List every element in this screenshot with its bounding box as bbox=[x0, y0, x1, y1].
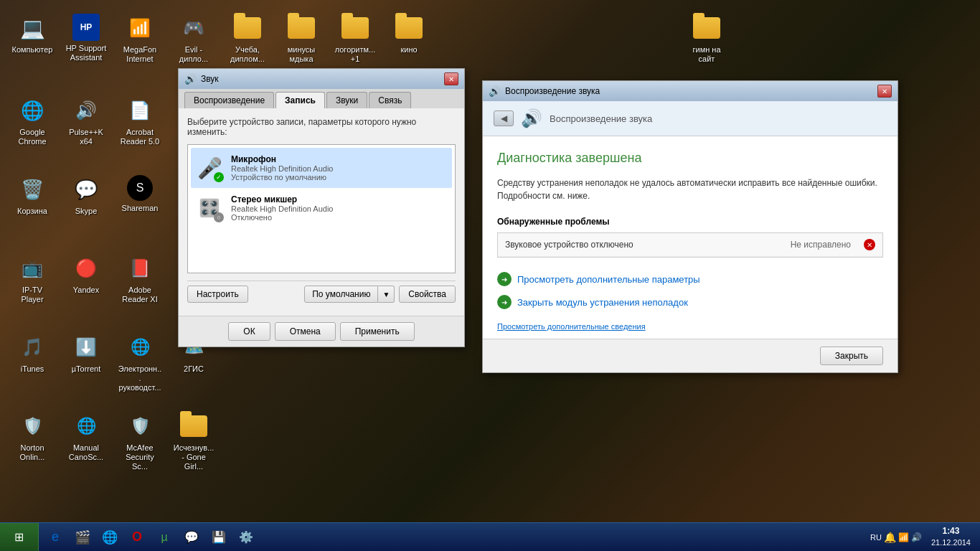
stereo-mixer-driver: Realtek High Definition Audio bbox=[231, 204, 448, 213]
sound-dialog-tabs: Воспроизведение Запись Звуки Связь bbox=[179, 89, 464, 108]
button-group-right: По умолчанию ▼ Свойства bbox=[304, 286, 456, 303]
tab-comm[interactable]: Связь bbox=[369, 92, 411, 108]
desktop-icon-gimn[interactable]: гимн на сайт bbox=[682, 11, 732, 67]
desktop-icon-shareman[interactable]: S Shareman bbox=[115, 172, 165, 216]
configure-button[interactable]: Настроить bbox=[187, 286, 248, 303]
desktop-icon-yandex[interactable]: 🔴 Yandex bbox=[61, 251, 111, 298]
troubleshooter-close-x[interactable]: ✕ bbox=[877, 85, 892, 98]
sound-dialog-close[interactable]: ✕ bbox=[444, 72, 458, 85]
default-button[interactable]: По умолчанию bbox=[304, 286, 378, 303]
desktop-icon-chrome[interactable]: 🌐 Google Chrome bbox=[7, 93, 57, 149]
view-additional-params-link[interactable]: ➜ Просмотреть дополнительные параметры bbox=[497, 272, 883, 286]
problem-name: Звуковое устройство отключено bbox=[505, 240, 783, 250]
taskbar-icon-skype[interactable]: 💬 bbox=[179, 524, 204, 550]
desktop-icon-manual[interactable]: 🌐 Manual CanoSc... bbox=[61, 409, 111, 465]
desktop-icon-electron[interactable]: 🌐 Электронн... руководст... bbox=[115, 330, 165, 396]
stereo-mixer-name: Стерео микшер bbox=[231, 194, 448, 204]
troubleshooter-titlebar[interactable]: 🔊 Воспроизведение звука ✕ bbox=[483, 81, 897, 101]
desktop-icon-ucheba[interactable]: Учеба, диплом... bbox=[222, 11, 273, 67]
additional-info-link[interactable]: Просмотреть дополнительные сведения bbox=[497, 322, 646, 331]
sound-dialog-device-buttons: Настроить По умолчанию ▼ Свойства bbox=[187, 281, 456, 307]
cancel-button[interactable]: Отмена bbox=[275, 322, 336, 341]
taskbar-icon-disk[interactable]: 💾 bbox=[206, 524, 232, 550]
desktop-icon-norton[interactable]: 🛡️ Norton Onlin... bbox=[7, 409, 57, 465]
tab-playback[interactable]: Воспроизведение bbox=[184, 92, 274, 108]
view-additional-params-label: Просмотреть дополнительные параметры bbox=[517, 274, 700, 285]
taskbar-icon-opera[interactable]: O bbox=[124, 524, 150, 550]
problems-table: Звуковое устройство отключено Не исправл… bbox=[497, 232, 883, 258]
action-arrow-2: ➜ bbox=[497, 295, 512, 309]
tray-language: RU bbox=[870, 533, 882, 542]
desktop-icon-logarifm[interactable]: логоритм...+1 bbox=[330, 11, 380, 67]
microphone-name: Микрофон bbox=[231, 154, 448, 164]
desktop: 💻 Компьютер HP HP Support Assistant 📶 Me… bbox=[0, 0, 980, 551]
device-microphone[interactable]: 🎤 ✓ Микрофон Realtek High Definition Aud… bbox=[191, 148, 452, 188]
troubleshooter-title-icon: 🔊 bbox=[489, 85, 501, 97]
clock-date: 21.12.2014 bbox=[931, 537, 971, 548]
desktop-icon-gone-girl[interactable]: Исчезнув... - Gone Girl... bbox=[169, 409, 219, 475]
desktop-icon-iptv[interactable]: 📺 IP-TV Player bbox=[7, 251, 57, 307]
back-button[interactable]: ◀ bbox=[494, 110, 514, 126]
troubleshooter-footer: Закрыть bbox=[483, 339, 897, 372]
tray-icons: RU 🔔 📶 🔊 bbox=[870, 532, 922, 543]
desktop-icon-kino[interactable]: кино bbox=[384, 11, 434, 57]
problem-error-icon: ✕ bbox=[864, 239, 875, 250]
taskbar-icon-utorrent[interactable]: µ bbox=[151, 524, 177, 550]
speaker-large-icon: 🔊 bbox=[521, 108, 542, 128]
default-check-badge: ✓ bbox=[214, 172, 224, 182]
windows-logo-icon: ⊞ bbox=[14, 530, 24, 544]
troubleshooter-body: ◀ 🔊 Воспроизведение звука Диагностика за… bbox=[483, 101, 897, 339]
desktop-icon-itunes[interactable]: 🎵 iTunes bbox=[7, 330, 57, 377]
desktop-icon-megafon[interactable]: 📶 MegaFon Internet bbox=[115, 11, 165, 67]
stereo-mixer-status: Отключено bbox=[231, 213, 448, 222]
troubleshooter-content: Диагностика завершена Средству устранени… bbox=[483, 136, 897, 339]
close-troubleshooter-label: Закрыть модуль устранения неполадок bbox=[517, 297, 688, 308]
taskbar-icon-settings[interactable]: ⚙️ bbox=[233, 524, 259, 550]
taskbar-clock[interactable]: 1:43 21.12.2014 bbox=[925, 525, 976, 548]
desktop-icon-computer[interactable]: 💻 Компьютер bbox=[7, 11, 57, 57]
diag-title: Диагностика завершена bbox=[497, 151, 883, 166]
apply-button[interactable]: Применить bbox=[340, 322, 415, 341]
tab-recording[interactable]: Запись bbox=[275, 92, 325, 108]
clock-time: 1:43 bbox=[931, 525, 971, 537]
close-troubleshooter-link[interactable]: ➜ Закрыть модуль устранения неполадок bbox=[497, 295, 883, 309]
device-stereo-mixer[interactable]: 🎛️ ○ Стерео микшер Realtek High Definiti… bbox=[191, 188, 452, 228]
diag-description: Средству устранения неполадок не удалось… bbox=[497, 176, 883, 202]
desktop-icon-adobe-reader[interactable]: 📕 Adobe Reader XI bbox=[115, 251, 165, 307]
desktop-icon-pulse[interactable]: 🔊 Pulse++K x64 bbox=[61, 93, 111, 149]
device-list: 🎤 ✓ Микрофон Realtek High Definition Aud… bbox=[187, 144, 456, 273]
problem-status: Не исправлено bbox=[791, 240, 851, 250]
problem-row-1: Звуковое устройство отключено Не исправл… bbox=[498, 233, 882, 257]
action-arrow-1: ➜ bbox=[497, 272, 512, 286]
problems-label: Обнаруженные проблемы bbox=[497, 217, 883, 227]
taskbar-icon-ie[interactable]: e bbox=[42, 524, 68, 550]
stereo-mixer-icon: 🎛️ ○ bbox=[195, 194, 224, 222]
sound-dialog-titlebar[interactable]: 🔊 Звук ✕ bbox=[179, 69, 464, 89]
desktop-icon-acrobat[interactable]: 📄 Acrobat Reader 5.0 bbox=[115, 93, 165, 149]
troubleshooter-header: ◀ 🔊 Воспроизведение звука bbox=[483, 101, 897, 136]
desktop-icon-mcafee[interactable]: 🛡️ McAfee Security Sc... bbox=[115, 409, 165, 475]
troubleshooter-title: Воспроизведение звука bbox=[505, 86, 877, 96]
desktop-icon-skype[interactable]: 💬 Skype bbox=[61, 172, 111, 219]
ok-button[interactable]: ОК bbox=[228, 322, 270, 341]
default-dropdown-arrow[interactable]: ▼ bbox=[378, 286, 395, 303]
sound-dialog-action-buttons: ОК Отмена Применить bbox=[179, 316, 464, 347]
taskbar-icon-media[interactable]: 🎬 bbox=[70, 524, 95, 550]
sound-dialog: 🔊 Звук ✕ Воспроизведение Запись Звуки Св… bbox=[178, 68, 465, 347]
default-dropdown: По умолчанию ▼ bbox=[304, 286, 395, 303]
desktop-icon-minusy[interactable]: минусы мдыка bbox=[276, 11, 326, 67]
desktop-icon-evil[interactable]: 🎮 Evil - дипло... bbox=[169, 11, 219, 67]
tab-sounds[interactable]: Звуки bbox=[326, 92, 367, 108]
tray-volume-icon: 🔊 bbox=[911, 532, 922, 542]
desktop-icon-utorrent[interactable]: ⬇️ µTorrent bbox=[61, 330, 111, 377]
desktop-icon-recycle[interactable]: 🗑️ Корзина bbox=[7, 172, 57, 219]
start-button[interactable]: ⊞ bbox=[0, 523, 39, 552]
microphone-driver: Realtek High Definition Audio bbox=[231, 164, 448, 173]
troubleshooter-dialog: 🔊 Воспроизведение звука ✕ ◀ 🔊 Воспроизве… bbox=[482, 80, 898, 373]
properties-button[interactable]: Свойства bbox=[399, 286, 456, 303]
troubleshooter-close-button[interactable]: Закрыть bbox=[820, 347, 883, 365]
taskbar-tray: RU 🔔 📶 🔊 1:43 21.12.2014 bbox=[867, 523, 980, 551]
desktop-icon-hp-support[interactable]: HP HP Support Assistant bbox=[61, 11, 111, 65]
sound-dialog-title: Звук bbox=[201, 74, 444, 84]
taskbar-icon-chrome[interactable]: 🌐 bbox=[97, 524, 123, 550]
